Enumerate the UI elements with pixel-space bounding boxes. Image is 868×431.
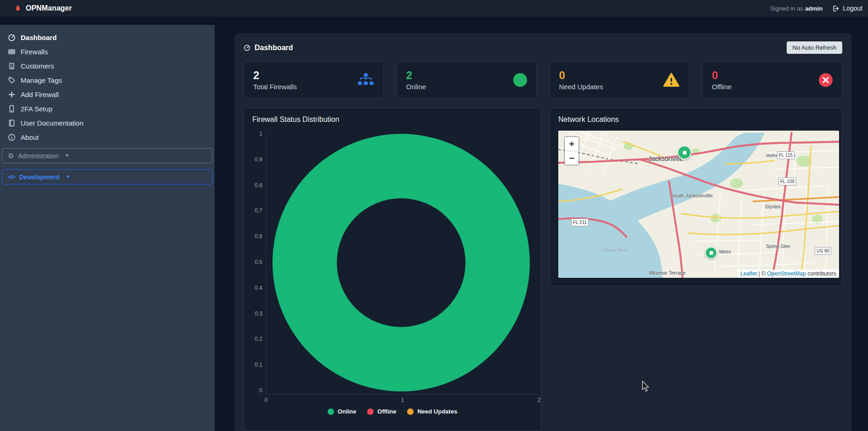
legend-item-offline[interactable]: Offline	[367, 408, 396, 415]
doughnut-hole	[337, 198, 465, 327]
attribution-separator: | ©	[757, 270, 767, 277]
y-tick: 1	[259, 131, 262, 137]
brand-link[interactable]: OPNManager	[14, 4, 72, 12]
red-x-circle-icon	[819, 73, 833, 87]
sidebar-item-label: Add Firewall	[21, 91, 59, 98]
map-label-city: Jacksonville	[648, 155, 683, 162]
y-tick: 0.6	[255, 233, 262, 240]
y-tick: 0.1	[255, 362, 262, 368]
brand-logo-icon	[14, 4, 22, 12]
sidebar-item-label: 2FA Setup	[21, 105, 52, 113]
y-tick: 0.4	[255, 285, 262, 291]
map-label-metro: Metro	[719, 249, 731, 254]
zoom-in-button[interactable]: +	[565, 137, 579, 151]
legend-label: Need Updates	[417, 408, 457, 415]
sidebar-item-label: Customers	[21, 62, 54, 70]
sidebar-nav: Dashboard Firewalls Customers Manage Tag…	[0, 30, 215, 144]
y-tick: 0.5	[255, 259, 262, 265]
doughnut-chart	[272, 134, 530, 391]
logout-button[interactable]: Logout	[832, 5, 862, 12]
route-shield: FL 211	[571, 218, 589, 226]
stat-label: Online	[406, 83, 426, 91]
username: admin	[805, 5, 823, 12]
administration-dropdown-button[interactable]: ⚙ Administration	[2, 148, 213, 163]
route-shield: US 90	[815, 247, 831, 255]
chevron-down-icon	[65, 155, 69, 157]
page-header: Dashboard No Auto Refresh	[241, 38, 845, 61]
openstreetmap-link[interactable]: OpenStreetMap	[767, 270, 806, 277]
map-attribution: Leaflet | © OpenStreetMap contributors	[738, 270, 839, 278]
code-icon: </>	[8, 173, 15, 180]
y-axis-line	[266, 131, 267, 394]
sidebar-item-firewalls[interactable]: Firewalls	[0, 45, 215, 59]
chart-legend: Online Offline Need Updates	[244, 408, 541, 415]
map-label-glynlea: Glynlea	[765, 204, 781, 209]
brand-name: OPNManager	[26, 4, 72, 12]
panels-row: Firewall Status Distribution 1 0.9 0.8 0…	[241, 108, 845, 431]
chevron-down-icon	[66, 176, 70, 178]
book-icon	[7, 119, 16, 127]
sidebar-item-customers[interactable]: Customers	[0, 59, 215, 73]
development-dropdown-button[interactable]: </> Development	[2, 169, 213, 184]
building-icon	[7, 62, 16, 70]
map-label-south-jacksonville: South Jacksonville	[671, 193, 713, 198]
legend-label: Offline	[377, 408, 396, 415]
x-axis-line	[266, 394, 539, 394]
legend-dot-offline	[367, 408, 374, 415]
topbar: OPNManager Signed in asadmin Logout	[0, 0, 868, 17]
y-tick: 0	[259, 387, 262, 394]
map-tiles[interactable]	[558, 131, 839, 278]
dashboard-gauge-icon	[244, 44, 250, 51]
chart-panel-title: Firewall Status Distribution	[252, 115, 533, 124]
y-tick: 0.3	[255, 310, 262, 317]
route-shield: FL 109	[778, 178, 796, 185]
development-label: Development	[19, 173, 60, 181]
stats-row: 2 Total Firewalls 2 Online 0 Need Update…	[241, 61, 845, 98]
stat-label: Need Updates	[559, 83, 603, 91]
chart-panel: Firewall Status Distribution 1 0.9 0.8 0…	[244, 108, 541, 431]
stat-card-total-firewalls: 2 Total Firewalls	[244, 61, 384, 98]
route-shield: FL 115	[777, 151, 794, 159]
sidebar-item-add-firewall[interactable]: Add Firewall	[0, 87, 215, 102]
map-panel-title: Network Locations	[558, 115, 834, 124]
map-marker[interactable]	[677, 145, 692, 160]
administration-label: Administration	[18, 152, 59, 160]
legend-item-need-updates[interactable]: Need Updates	[407, 408, 457, 415]
y-tick: 0.2	[255, 336, 262, 342]
legend-label: Online	[338, 408, 356, 415]
map-marker[interactable]	[705, 247, 717, 259]
stat-label: Total Firewalls	[253, 83, 297, 91]
map-label-miramar-terrace: Miramar Terrace	[649, 270, 686, 276]
sidebar-item-label: Manage Tags	[21, 76, 62, 84]
attribution-suffix: contributors	[806, 270, 836, 277]
info-circle-icon	[7, 133, 16, 141]
stat-value: 0	[712, 69, 732, 82]
stat-value: 2	[406, 69, 426, 82]
logout-label: Logout	[843, 5, 862, 12]
sitemap-icon	[357, 73, 374, 87]
sidebar: Dashboard Firewalls Customers Manage Tag…	[0, 25, 215, 431]
map[interactable]: + − Jacksonville South Jacksonville Mira…	[558, 131, 839, 278]
sidebar-item-user-documentation[interactable]: User Documentation	[0, 116, 215, 130]
sidebar-item-label: Firewalls	[21, 48, 48, 56]
sidebar-item-2fa-setup[interactable]: 2FA Setup	[0, 102, 215, 116]
chart-y-axis: 1 0.9 0.8 0.7 0.6 0.5 0.4 0.3 0.2 0.1 0	[249, 131, 262, 394]
stat-value: 0	[559, 69, 603, 82]
sidebar-item-about[interactable]: About	[0, 130, 215, 144]
leaflet-link[interactable]: Leaflet	[740, 270, 757, 277]
sidebar-item-label: Dashboard	[21, 34, 57, 41]
green-circle-icon	[513, 73, 527, 87]
y-tick: 0.8	[255, 182, 262, 189]
sidebar-item-manage-tags[interactable]: Manage Tags	[0, 73, 215, 87]
stat-card-offline: 0 Offline	[702, 61, 842, 98]
zoom-out-button[interactable]: −	[565, 151, 579, 165]
dashboard-container: Dashboard No Auto Refresh 2 Total Firewa…	[234, 33, 851, 431]
legend-item-online[interactable]: Online	[328, 408, 356, 415]
stat-card-need-updates: 0 Need Updates	[550, 61, 690, 98]
warning-triangle-icon	[663, 73, 680, 87]
legend-dot-need-updates	[407, 408, 414, 415]
sidebar-item-dashboard[interactable]: Dashboard	[0, 30, 215, 45]
logout-icon	[832, 5, 840, 12]
auto-refresh-button[interactable]: No Auto Refresh	[787, 41, 842, 54]
stat-value: 2	[253, 69, 297, 82]
